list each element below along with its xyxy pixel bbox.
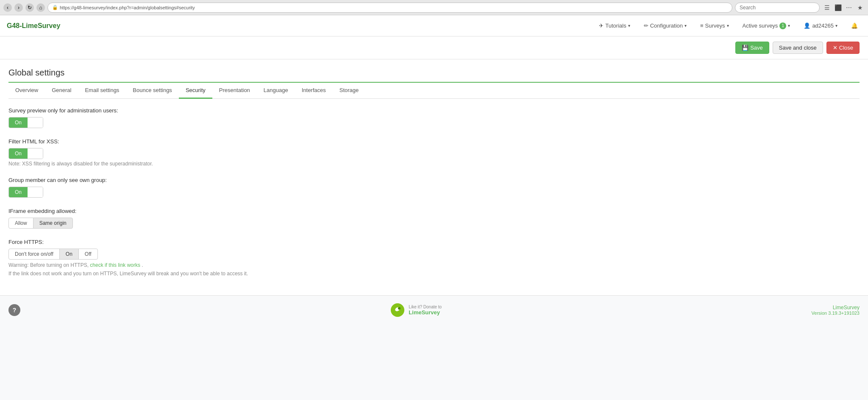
force-https-dont-btn[interactable]: Don't force on/off bbox=[8, 249, 60, 260]
configuration-menu[interactable]: ✏ Configuration ▾ bbox=[640, 21, 690, 31]
tab-storage[interactable]: Storage bbox=[333, 83, 366, 99]
tab-email-settings[interactable]: Email settings bbox=[78, 83, 126, 99]
footer-brand-text: LimeSurvey bbox=[409, 309, 442, 316]
extensions-icon[interactable]: ⬛ bbox=[833, 3, 843, 12]
filter-html-off-btn[interactable] bbox=[28, 148, 43, 159]
home-button[interactable]: ⌂ bbox=[36, 3, 45, 12]
tab-overview[interactable]: Overview bbox=[8, 83, 45, 99]
force-https-off-btn[interactable]: Off bbox=[78, 249, 98, 260]
help-button[interactable]: ? bbox=[8, 304, 20, 316]
survey-preview-off-btn[interactable] bbox=[28, 117, 43, 128]
bell-icon: 🔔 bbox=[851, 22, 858, 29]
group-member-section: Group member can only see own group: On bbox=[8, 177, 860, 198]
page-content: Global settings Overview General Email s… bbox=[0, 59, 868, 295]
save-icon: 💾 bbox=[742, 45, 748, 51]
active-surveys-badge: 1 bbox=[779, 22, 786, 29]
tab-general[interactable]: General bbox=[45, 83, 78, 99]
tutorials-icon: ✈ bbox=[599, 22, 604, 29]
tab-bounce-settings[interactable]: Bounce settings bbox=[126, 83, 179, 99]
active-surveys-menu[interactable]: Active surveys 1 ▾ bbox=[739, 21, 794, 31]
survey-preview-toggle-group: On bbox=[8, 117, 860, 128]
url-text: https://g48-limesurvey/index.php?r=admin… bbox=[60, 5, 195, 10]
save-button[interactable]: 💾 Save bbox=[735, 42, 769, 54]
filter-html-label: Filter HTML for XSS: bbox=[8, 138, 860, 145]
reload-button[interactable]: ↻ bbox=[25, 3, 34, 12]
survey-preview-on-btn[interactable]: On bbox=[9, 117, 28, 128]
close-label: Close bbox=[839, 45, 853, 51]
svg-point-1 bbox=[398, 307, 401, 310]
force-https-warning1: Warning: Before turning on HTTPS, check … bbox=[8, 262, 860, 268]
tab-security[interactable]: Security bbox=[179, 83, 212, 99]
secure-icon: 🔒 bbox=[52, 5, 58, 10]
user-label: ad24265 bbox=[812, 22, 834, 29]
force-https-check-link[interactable]: check if this link works bbox=[90, 262, 140, 268]
filter-html-section: Filter HTML for XSS: On Note: XSS filter… bbox=[8, 138, 860, 167]
surveys-menu[interactable]: ≡ Surveys ▾ bbox=[697, 21, 732, 31]
filter-html-toggle: On bbox=[8, 148, 43, 159]
survey-preview-section: Survey preview only for administration u… bbox=[8, 107, 860, 128]
menu-icon[interactable]: ⋯ bbox=[844, 3, 854, 12]
configuration-icon: ✏ bbox=[644, 22, 648, 29]
iframe-embedding-btn-group: Allow Same origin bbox=[8, 218, 860, 229]
footer-donate-text: Like it? Donate to bbox=[409, 305, 442, 309]
footer-logo: Like it? Donate to LimeSurvey bbox=[20, 302, 812, 318]
configuration-label: Configuration bbox=[650, 22, 683, 29]
star-icon[interactable]: ★ bbox=[855, 3, 865, 12]
close-button[interactable]: ✕ Close bbox=[826, 42, 860, 54]
group-member-on-btn[interactable]: On bbox=[9, 187, 28, 197]
filter-html-toggle-group: On bbox=[8, 148, 860, 159]
surveys-chevron: ▾ bbox=[727, 23, 729, 28]
force-https-btn-group: Don't force on/off On Off bbox=[8, 249, 860, 260]
save-label: Save bbox=[750, 45, 763, 51]
group-member-off-btn[interactable] bbox=[28, 187, 43, 197]
tab-language[interactable]: Language bbox=[257, 83, 295, 99]
surveys-icon: ≡ bbox=[700, 22, 704, 29]
force-https-warning2: If the link does not work and you turn o… bbox=[8, 271, 860, 277]
tutorials-menu[interactable]: ✈ Tutorials ▾ bbox=[595, 21, 633, 31]
filter-html-note: Note: XSS filtering is always disabled f… bbox=[8, 161, 860, 167]
tab-presentation[interactable]: Presentation bbox=[212, 83, 257, 99]
footer: ? Like it? Donate to LimeSurvey LimeSurv… bbox=[0, 295, 868, 324]
bookmarks-icon[interactable]: ☰ bbox=[822, 3, 832, 12]
tab-interfaces[interactable]: Interfaces bbox=[295, 83, 333, 99]
surveys-label: Surveys bbox=[705, 22, 725, 29]
iframe-embedding-label: IFrame embedding allowed: bbox=[8, 208, 860, 214]
security-tab-content: Survey preview only for administration u… bbox=[8, 107, 860, 277]
save-close-label: Save and close bbox=[779, 45, 817, 51]
action-bar: 💾 Save Save and close ✕ Close bbox=[0, 36, 868, 59]
footer-version-block: LimeSurvey Version 3.19.3+191023 bbox=[812, 305, 860, 316]
user-chevron: ▾ bbox=[835, 23, 837, 28]
iframe-allow-btn[interactable]: Allow bbox=[8, 218, 33, 229]
group-member-toggle-group: On bbox=[8, 187, 860, 198]
tutorials-label: Tutorials bbox=[605, 22, 626, 29]
navbar-items: ✈ Tutorials ▾ ✏ Configuration ▾ ≡ Survey… bbox=[595, 21, 861, 31]
footer-version-number: Version 3.19.3+191023 bbox=[812, 310, 860, 316]
forward-button[interactable]: › bbox=[14, 3, 23, 12]
tutorials-chevron: ▾ bbox=[628, 23, 630, 28]
filter-html-on-btn[interactable]: On bbox=[9, 148, 28, 159]
user-icon: 👤 bbox=[804, 22, 810, 29]
iframe-same-origin-btn[interactable]: Same origin bbox=[33, 218, 73, 229]
active-surveys-chevron: ▾ bbox=[788, 23, 790, 28]
tabs-bar: Overview General Email settings Bounce s… bbox=[8, 83, 860, 99]
browser-search-input[interactable] bbox=[735, 3, 820, 13]
group-member-label: Group member can only see own group: bbox=[8, 177, 860, 183]
close-x-icon: ✕ bbox=[833, 45, 837, 51]
browser-icons: ☰ ⬛ ⋯ ★ bbox=[822, 3, 865, 12]
active-surveys-label: Active surveys bbox=[743, 22, 778, 29]
force-https-on-btn[interactable]: On bbox=[59, 249, 79, 260]
survey-preview-label: Survey preview only for administration u… bbox=[8, 107, 860, 114]
browser-chrome: ‹ › ↻ ⌂ 🔒 https://g48-limesurvey/index.p… bbox=[0, 0, 868, 15]
footer-version-label: LimeSurvey bbox=[812, 305, 860, 310]
survey-preview-toggle: On bbox=[8, 117, 43, 128]
page-title: Global settings bbox=[8, 59, 860, 82]
configuration-chevron: ▾ bbox=[684, 23, 687, 28]
group-member-toggle: On bbox=[8, 187, 43, 198]
save-and-close-button[interactable]: Save and close bbox=[773, 42, 823, 54]
back-button[interactable]: ‹ bbox=[3, 3, 12, 12]
user-menu[interactable]: 👤 ad24265 ▾ bbox=[800, 21, 841, 31]
navbar-brand[interactable]: G48-LimeSurvey bbox=[7, 22, 595, 30]
notifications-menu[interactable]: 🔔 bbox=[848, 21, 861, 31]
limesurvey-logo-icon bbox=[390, 302, 405, 318]
address-bar[interactable]: 🔒 https://g48-limesurvey/index.php?r=adm… bbox=[47, 3, 732, 13]
